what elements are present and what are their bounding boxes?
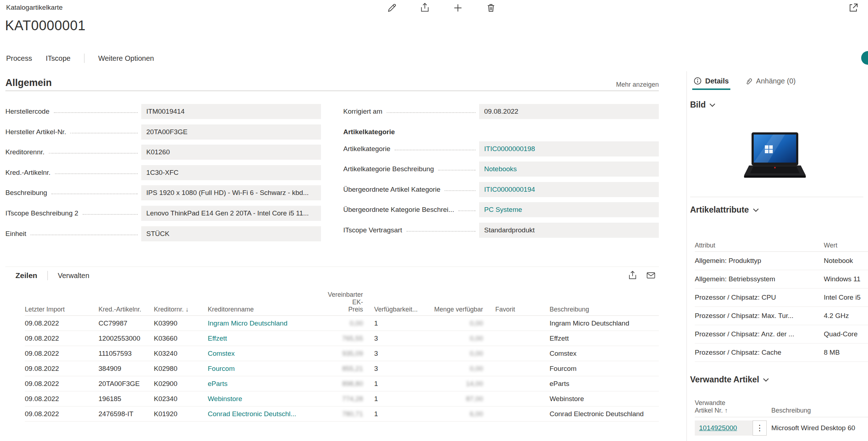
bild-section-header[interactable]: Bild	[690, 100, 716, 110]
cell-kred-artikelnr: 111057593	[98, 350, 154, 358]
related-number-field[interactable]: 1014925000	[695, 420, 753, 436]
cell-wert: 4.2 GHz	[824, 312, 868, 320]
action-bar-divider	[84, 54, 84, 63]
table-row[interactable]: 09.08.2022 CC79987 K03990 Ingram Micro D…	[25, 316, 659, 331]
cell-kreditorenname-link[interactable]: Ingram Micro Deutschland	[208, 319, 316, 327]
table-row[interactable]: 09.08.2022 196185 K02340 Webinstore 774,…	[25, 391, 659, 406]
column-header-verwandte-artikel-nr-sorted-asc[interactable]: Verwandte Artikel Nr. ↑	[695, 399, 771, 415]
factbox-tabs: Details Anhänge (0)	[694, 72, 796, 90]
share-button[interactable]	[418, 1, 431, 14]
tab-anhaenge[interactable]: Anhänge (0)	[745, 72, 796, 90]
lines-mail-button[interactable]	[644, 269, 657, 282]
menu-item-itscope[interactable]: ITscope	[46, 54, 70, 63]
menu-item-process[interactable]: Process	[6, 54, 32, 63]
edit-icon	[386, 2, 398, 14]
edit-button[interactable]	[385, 1, 398, 14]
cell-beschreibung: Webinstore	[537, 395, 659, 403]
field-kred-artikelnr: Kred.-Artikelnr. 1C30-XFC	[5, 165, 321, 180]
field-value[interactable]: ITM0019414	[141, 104, 321, 119]
cell-wert: 8 MB	[824, 349, 868, 356]
column-header-letzter-import[interactable]: Letzter Import	[25, 306, 98, 313]
cell-menge-verfuegbar-redacted: 87,00	[430, 395, 483, 403]
field-value-link[interactable]: ITIC0000000198	[479, 141, 659, 156]
field-uebergeordnete-artikel-kategorie: Übergeordnete Artikel Kategorie ITIC0000…	[343, 182, 659, 197]
cell-kreditorenname-link[interactable]: Comstex	[208, 350, 316, 358]
column-header-verfuegbarkeit[interactable]: Verfügbarkeit...	[363, 306, 430, 313]
cell-verfuegbarkeit: 1	[363, 395, 430, 403]
cell-letzter-import: 09.08.2022	[25, 365, 98, 373]
column-header-kreditornr-sorted-desc[interactable]: Kreditornr. ↓	[154, 306, 208, 313]
dotted-leader	[395, 150, 476, 150]
column-header-kred-artikelnr[interactable]: Kred.-Artikelnr.	[98, 306, 154, 313]
cell-kreditorenname-link[interactable]: Conrad Electronic Deutschl...	[208, 410, 316, 418]
general-heading[interactable]: Allgemein	[5, 77, 52, 88]
cell-kreditornr: K02980	[154, 365, 208, 373]
field-value[interactable]: 09.08.2022	[479, 104, 659, 119]
column-header-menge-verfuegbar[interactable]: Menge verfügbar	[430, 306, 483, 313]
attributes-table: Attribut Wert Allgemein: Produkttyp Note…	[695, 237, 868, 362]
cell-kreditornr: K02900	[154, 380, 208, 388]
attribute-row[interactable]: Prozessor / Chipsatz: Anz. der ... Quad-…	[695, 325, 868, 344]
column-header-favorit[interactable]: Favorit	[483, 306, 537, 313]
tab-details[interactable]: Details	[694, 72, 729, 90]
attribute-row[interactable]: Prozessor / Chipsatz: Cache 8 MB	[695, 344, 868, 362]
cell-menge-verfuegbar-redacted: 14,00	[430, 380, 483, 388]
cell-kreditorenname-link[interactable]: eParts	[208, 380, 316, 388]
field-value[interactable]: 20TA00F3GE	[141, 124, 321, 140]
assistant-bubble[interactable]	[861, 51, 868, 65]
attribute-row[interactable]: Prozessor / Chipsatz: Max. Tur... 4.2 GH…	[695, 307, 868, 325]
cell-kreditorenname-link[interactable]: Webinstore	[208, 395, 316, 403]
cell-kreditornr: K03240	[154, 350, 208, 358]
dotted-leader	[83, 214, 138, 215]
column-header-wert[interactable]: Wert	[824, 242, 868, 249]
lines-share-button[interactable]	[626, 269, 639, 282]
column-header-vereinbarter-ek-preis[interactable]: Vereinbarter EK- Preis	[316, 291, 363, 313]
open-in-new-window-button[interactable]	[847, 1, 860, 14]
field-korrigiert-am: Korrigiert am 09.08.2022	[343, 104, 659, 119]
table-row[interactable]: 09.08.2022 111057593 K03240 Comstex 935,…	[25, 346, 659, 361]
related-items-table: Verwandte Artikel Nr. ↑ Beschreibung 101…	[695, 399, 868, 439]
verwandte-artikel-section-header[interactable]: Verwandte Artikel	[690, 375, 769, 385]
field-label: Einheit	[5, 230, 26, 238]
attribute-row[interactable]: Allgemein: Betriebssystem Windows 11	[695, 270, 868, 288]
field-value[interactable]: STÜCK	[141, 226, 321, 241]
column-header-attribut[interactable]: Attribut	[695, 242, 824, 249]
dotted-leader	[458, 210, 476, 211]
add-button[interactable]	[451, 1, 464, 14]
field-label: Artikelkategorie Beschreibung	[343, 165, 434, 173]
show-more-link[interactable]: Mehr anzeigen	[616, 81, 659, 88]
delete-button[interactable]	[484, 1, 497, 14]
field-value-link[interactable]: Notebooks	[479, 162, 659, 177]
field-value[interactable]: K01260	[141, 145, 321, 160]
field-value[interactable]: 1C30-XFC	[141, 165, 321, 180]
row-options-button[interactable]: ⋮	[753, 420, 767, 436]
table-row[interactable]: 09.08.2022 384909 K02980 Fourcom 855,21 …	[25, 361, 659, 376]
related-item-row[interactable]: 1014925000 ⋮ Microsoft Wired Desktop 60	[695, 417, 868, 439]
field-value[interactable]: Standardprodukt	[479, 223, 659, 238]
field-value-link[interactable]: PC Systeme	[479, 202, 659, 217]
cell-verfuegbarkeit: 1	[363, 380, 430, 388]
cell-ek-preis-redacted: 898,80	[316, 380, 363, 388]
column-header-kreditorenname[interactable]: Kreditorenname	[208, 306, 316, 313]
table-row[interactable]: 09.08.2022 20TA00F3GE K02900 eParts 898,…	[25, 376, 659, 391]
artikelattribute-section-header[interactable]: Artikelattribute	[690, 205, 759, 215]
attribute-row[interactable]: Allgemein: Produkttyp Notebook	[695, 252, 868, 270]
cell-kreditorenname-link[interactable]: Fourcom	[208, 365, 316, 373]
menu-item-more-options[interactable]: Weitere Optionen	[98, 54, 154, 63]
cell-kreditorenname-link[interactable]: Effzett	[208, 335, 316, 342]
cell-beschreibung: Comstex	[537, 350, 659, 358]
field-value[interactable]: Lenovo ThinkPad E14 Gen 2 20TA - Intel C…	[141, 206, 321, 221]
attributes-table-header: Attribut Wert	[695, 237, 868, 252]
attribute-row[interactable]: Prozessor / Chipsatz: CPU Intel Core i5	[695, 288, 868, 307]
related-item-link[interactable]: 1014925000	[699, 424, 737, 432]
field-value[interactable]: IPS 1920 x 1080 (Full HD) - Wi-Fi 6 - Sc…	[141, 185, 321, 200]
table-row[interactable]: 09.08.2022 12002553000 K03660 Effzett 76…	[25, 331, 659, 346]
general-section-header: Allgemein Mehr anzeigen	[5, 77, 659, 91]
table-row[interactable]: 09.08.2022 2476598-IT K01920 Conrad Elec…	[25, 406, 659, 422]
column-header-beschreibung[interactable]: Beschreibung	[771, 407, 868, 415]
cell-attribut: Prozessor / Chipsatz: CPU	[695, 294, 824, 301]
column-header-beschreibung[interactable]: Beschreibung	[537, 306, 659, 313]
manage-menu[interactable]: Verwalten	[58, 272, 89, 280]
field-value-link[interactable]: ITIC0000000194	[479, 182, 659, 197]
product-image	[743, 132, 807, 186]
